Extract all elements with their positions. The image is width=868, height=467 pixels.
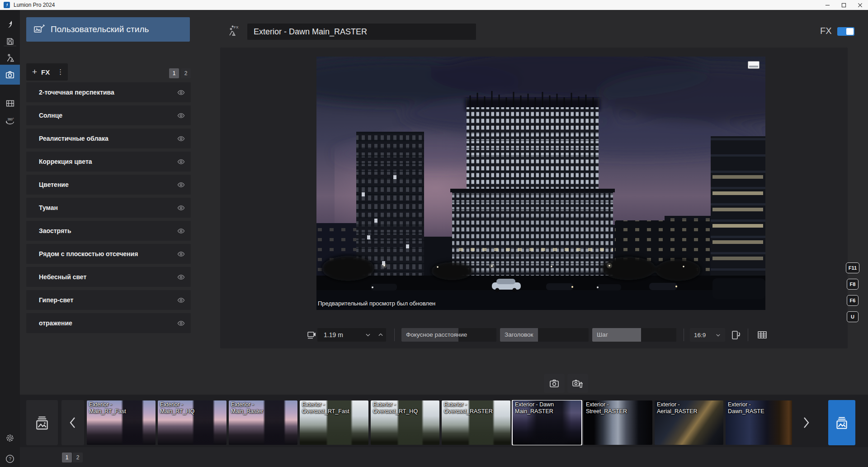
effect-row-sky-light[interactable]: Небесный свет <box>26 267 191 287</box>
visibility-eye-icon[interactable] <box>177 296 185 304</box>
step-field[interactable]: Шаг <box>592 328 676 342</box>
style-image-wand-icon <box>33 24 45 35</box>
thumbnail-exterior-main-rt-fast[interactable]: Exterior -Main_RT_Fast <box>87 400 156 445</box>
lumion-home-icon[interactable] <box>0 16 20 33</box>
effect-row-near-clip-plane[interactable]: Рядом с плоскостью отсечения <box>26 244 191 264</box>
thumbnail-exterior-overcast-rt-hq[interactable]: Exterior -Overcast_RT_HQ <box>371 400 439 445</box>
strip-scroll-left-button[interactable] <box>61 400 84 445</box>
effect-label: Солнце <box>39 112 62 119</box>
add-fx-label: FX <box>41 68 50 76</box>
thumb-label-line1: Exterior - <box>89 401 112 408</box>
control-divider <box>394 329 395 341</box>
thumbnail-exterior-main-raster[interactable]: Exterior -Main_Raster <box>229 400 297 445</box>
photo-sets-button[interactable] <box>26 400 58 445</box>
left-mode-rail: 360° ? <box>0 10 20 467</box>
thumb-label-line1: Exterior - <box>231 401 254 408</box>
focal-length-placeholder: Фокусное расстояние <box>406 331 467 338</box>
maximize-button[interactable] <box>835 0 852 10</box>
effect-row-color-correction[interactable]: Коррекция цвета <box>26 152 191 172</box>
photo-name-input[interactable] <box>247 24 476 40</box>
strip-page-2[interactable]: 2 <box>73 453 83 462</box>
effect-row-realistic-clouds[interactable]: Реалистичные облака <box>26 129 191 148</box>
shortcut-hints: F11 F8 F6 U <box>841 262 864 322</box>
save-icon[interactable] <box>0 33 20 49</box>
orientation-rotate-icon[interactable] <box>730 328 743 342</box>
add-fx-button[interactable]: + FX ⋮ <box>26 63 68 81</box>
effect-row-fog[interactable]: Туман <box>26 198 191 218</box>
toggle-knob <box>846 28 854 35</box>
thumb-label-line1: Exterior - <box>728 401 751 408</box>
photo-fx-person-icon: FX <box>227 24 242 39</box>
rail-divider <box>4 46 16 46</box>
shortcut-u: U <box>847 311 859 322</box>
thumbnail-exterior-street-raster[interactable]: Exterior -Street_RASTER <box>584 400 652 445</box>
effect-row-sun[interactable]: Солнце <box>26 105 191 125</box>
fx-page-1[interactable]: 1 <box>169 68 179 78</box>
delete-photo-button[interactable] <box>567 374 588 393</box>
settings-gear-icon[interactable] <box>0 430 20 446</box>
custom-style-button[interactable]: Пользовательский стиль <box>26 17 190 42</box>
photo-mode-button[interactable] <box>0 65 20 85</box>
effect-row-sharpen[interactable]: Заострять <box>26 221 191 241</box>
window-title: Lumion Pro 2024 <box>14 2 55 8</box>
effect-label: Рядом с плоскостью отсечения <box>39 250 138 257</box>
take-photo-button[interactable] <box>544 374 565 393</box>
panorama-360-icon[interactable]: 360° <box>0 113 20 129</box>
thumb-label-line1: Exterior - <box>373 401 396 408</box>
visibility-eye-icon[interactable] <box>177 112 185 119</box>
effect-row-two-point-perspective[interactable]: 2-точечная перспектива <box>26 82 191 102</box>
chevron-up-icon[interactable] <box>377 332 384 338</box>
fx-toggle-switch[interactable] <box>837 27 854 36</box>
thumb-label-line2: Main_RT_HQ <box>160 408 194 415</box>
plus-icon: + <box>32 67 37 77</box>
chevron-down-icon[interactable] <box>365 332 371 338</box>
camera-height-value: 1.19 m <box>324 331 343 338</box>
focal-length-field[interactable]: Фокусное расстояние <box>401 328 496 342</box>
visibility-eye-icon[interactable] <box>177 89 185 96</box>
preview-mode-thumbnail-button[interactable] <box>748 61 760 69</box>
caption-field[interactable]: Заголовок <box>500 328 589 342</box>
visibility-eye-icon[interactable] <box>177 181 185 189</box>
thumbnail-strip: Exterior -Main_RT_Fast Exterior -Main_RT… <box>87 400 792 445</box>
thumb-label-line1: Exterior - <box>160 401 183 408</box>
visibility-eye-icon[interactable] <box>177 273 185 281</box>
fx-page-2[interactable]: 2 <box>181 68 191 78</box>
thumb-label-line2: Overcast_RT_HQ <box>373 408 418 415</box>
visibility-eye-icon[interactable] <box>177 204 185 212</box>
build-mode-icon[interactable] <box>0 50 20 66</box>
effect-row-reflection[interactable]: отражение <box>26 313 191 333</box>
window-titlebar: Lumion Pro 2024 <box>0 0 868 10</box>
help-icon[interactable]: ? <box>0 451 20 467</box>
svg-text:360°: 360° <box>8 118 14 121</box>
effect-label: Небесный свет <box>39 273 86 281</box>
aspect-ratio-select[interactable]: 16:9 <box>690 328 725 342</box>
thumbnail-exterior-dawn-raster[interactable]: Exterior -Dawn_RASTE <box>726 400 792 445</box>
thumbnail-exterior-overcast-rt-fast[interactable]: Exterior -Overcast_RT_Fast <box>300 400 368 445</box>
camera-height-select[interactable]: 1.19 m <box>317 328 386 342</box>
shortcut-f11: F11 <box>846 262 859 273</box>
caption-placeholder: Заголовок <box>505 331 533 338</box>
movie-mode-icon[interactable] <box>0 95 20 111</box>
thumbnail-exterior-overcast-raster[interactable]: Exterior -Overcast_RASTER <box>442 400 510 445</box>
close-button[interactable] <box>852 0 868 10</box>
visibility-eye-icon[interactable] <box>177 319 185 327</box>
effect-row-hyperlight[interactable]: Гипер-свет <box>26 290 191 310</box>
thumbnail-exterior-main-rt-hq[interactable]: Exterior -Main_RT_HQ <box>158 400 226 445</box>
thumbnail-exterior-dawn-main-raster-selected[interactable]: Exterior - DawnMain_RASTER <box>513 400 581 445</box>
minimize-button[interactable] <box>819 0 835 10</box>
visibility-eye-icon[interactable] <box>177 158 185 166</box>
lumion-app-window: Lumion Pro 2024 <box>0 0 868 467</box>
preview-status-message: Предварительный просмотр был обновлен <box>318 300 435 307</box>
visibility-eye-icon[interactable] <box>177 227 185 235</box>
fx-menu-kebab-icon[interactable]: ⋮ <box>57 68 64 76</box>
visibility-eye-icon[interactable] <box>177 135 185 143</box>
strip-scroll-right-button[interactable] <box>795 400 817 445</box>
effect-row-bloom[interactable]: Цветение <box>26 175 191 195</box>
thumbnail-exterior-aerial-raster[interactable]: Exterior -Aerial_RASTER <box>655 400 723 445</box>
photo-collection-button[interactable] <box>828 400 855 445</box>
thumb-label-line2: Main_RASTER <box>515 408 553 415</box>
shortcut-f8: F8 <box>847 279 859 290</box>
grid-icon[interactable] <box>756 329 769 341</box>
visibility-eye-icon[interactable] <box>177 250 185 258</box>
strip-page-1[interactable]: 1 <box>62 453 72 462</box>
